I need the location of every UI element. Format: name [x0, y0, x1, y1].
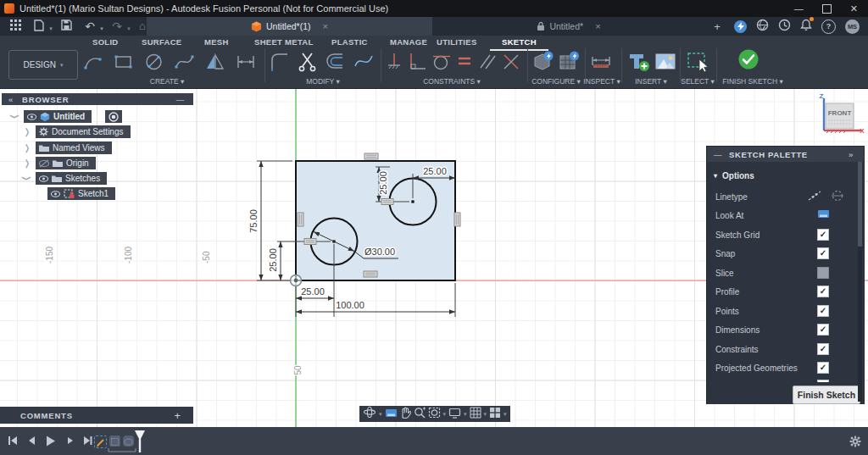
look-at-icon[interactable]: [817, 209, 830, 221]
offset-tool-icon[interactable]: [324, 49, 348, 75]
ribbon-tab-plastic[interactable]: PLASTIC: [331, 37, 368, 48]
ribbon-tab-surface[interactable]: SURFACE: [142, 37, 182, 48]
ribbon-tab-sketch[interactable]: SKETCH: [502, 37, 537, 48]
options-section-header[interactable]: ▾ Options: [707, 167, 858, 184]
sketch-dimension-icon[interactable]: [234, 49, 258, 75]
timeline-step-forward-icon[interactable]: [64, 435, 76, 447]
group-select[interactable]: SELECT ▾: [681, 77, 715, 86]
fix-constraint-icon[interactable]: [382, 49, 406, 75]
group-configure[interactable]: CONFIGURE ▾: [531, 77, 581, 86]
comments-bar[interactable]: COMMENTS +: [0, 407, 193, 424]
finish-sketch-icon[interactable]: [737, 47, 760, 73]
visibility-eye-icon[interactable]: [27, 114, 36, 120]
dim-width[interactable]: 100.00: [336, 300, 364, 310]
dimensions-checkbox[interactable]: ✓: [817, 324, 829, 336]
tree-expand-icon[interactable]: ❭: [10, 113, 19, 121]
viewports-icon[interactable]: [489, 407, 501, 422]
profile-checkbox[interactable]: ✓: [817, 286, 829, 297]
maximize-button[interactable]: [822, 4, 832, 14]
palette-expand-icon[interactable]: »: [849, 150, 854, 159]
timeline-sketch-feature-active[interactable]: [94, 436, 107, 448]
group-create[interactable]: CREATE ▾: [150, 77, 184, 86]
browser-item-origin[interactable]: Origin: [36, 157, 96, 169]
zoom-window-icon[interactable]: [428, 407, 441, 422]
visibility-eye-icon[interactable]: [39, 175, 48, 182]
notifications-icon[interactable]: [800, 19, 812, 35]
ribbon-tab-utilities[interactable]: UTILITIES: [437, 37, 477, 48]
activate-component-radio[interactable]: [105, 110, 122, 123]
group-constraints[interactable]: CONSTRAINTS ▾: [423, 77, 481, 86]
file-menu-caret[interactable]: ▾: [44, 22, 58, 36]
fillet-tool-icon[interactable]: [268, 49, 292, 75]
timeline-play-icon[interactable]: [44, 435, 56, 447]
viewcube-face-label[interactable]: FRONT: [828, 109, 852, 117]
palette-scrollbar-thumb[interactable]: [858, 162, 862, 247]
ribbon-tab-mesh[interactable]: MESH: [204, 37, 229, 48]
palette-minimize-icon[interactable]: —: [714, 150, 722, 159]
tree-expand-icon[interactable]: ❭: [23, 127, 31, 136]
redo-caret[interactable]: ▾: [122, 22, 136, 36]
group-inspect[interactable]: INSPECT ▾: [583, 77, 620, 86]
slice-checkbox[interactable]: [817, 267, 829, 279]
origin-point[interactable]: [291, 275, 302, 286]
browser-item-named-views[interactable]: Named Views: [36, 141, 112, 154]
mirror-tool-icon[interactable]: [203, 49, 227, 75]
spline-tool-icon[interactable]: [173, 49, 197, 75]
tangent-constraint-icon[interactable]: [430, 49, 453, 75]
document-tab-inactive[interactable]: Untitled* ×: [434, 17, 704, 36]
projected-geometries-checkbox[interactable]: ✓: [817, 362, 829, 374]
browser-collapse-icon[interactable]: «: [8, 95, 14, 104]
perpendicular-constraint-icon[interactable]: [405, 49, 429, 75]
save-icon[interactable]: [59, 19, 73, 33]
visibility-eye-icon[interactable]: [51, 191, 60, 197]
ribbon-tab-manage[interactable]: MANAGE: [390, 37, 427, 48]
orbit-caret-icon[interactable]: ▾: [379, 411, 382, 418]
data-panel-icon[interactable]: [8, 19, 22, 33]
avatar[interactable]: MS: [845, 19, 860, 34]
pan-icon[interactable]: [400, 407, 411, 422]
timeline-step-back-icon[interactable]: [25, 435, 37, 447]
group-finish-sketch[interactable]: FINISH SKETCH ▾: [722, 77, 782, 86]
help-icon[interactable]: ?: [821, 19, 836, 34]
construction-linetype-icon[interactable]: [807, 190, 822, 203]
display-settings-icon[interactable]: [448, 407, 461, 422]
sketch-grid-checkbox[interactable]: ✓: [817, 229, 829, 241]
active-tab-close-icon[interactable]: ×: [323, 21, 328, 31]
browser-minimize-icon[interactable]: —: [176, 95, 185, 104]
workspace-switcher[interactable]: DESIGN▾: [8, 50, 78, 80]
extensions-icon[interactable]: [734, 20, 747, 33]
visibility-off-eye-icon[interactable]: [39, 159, 49, 168]
display-settings-caret-icon[interactable]: ▾: [464, 411, 467, 418]
browser-item-sketch1[interactable]: Sketch1: [47, 187, 115, 200]
orbit-icon[interactable]: [363, 406, 376, 422]
viewports-caret-icon[interactable]: ▾: [504, 411, 507, 418]
tree-collapse-icon[interactable]: ❭: [22, 175, 31, 183]
timeline-settings-gear-icon[interactable]: [849, 436, 861, 451]
equal-constraint-icon[interactable]: [453, 49, 476, 75]
tree-expand-icon[interactable]: ❭: [23, 143, 31, 153]
view-cube[interactable]: FRONT Z X: [812, 92, 865, 139]
browser-item-root[interactable]: Untitled: [24, 110, 92, 123]
configure-feature-icon[interactable]: [531, 49, 554, 75]
browser-item-sketches[interactable]: Sketches: [36, 172, 107, 185]
inactive-tab-close-icon[interactable]: ×: [595, 21, 600, 31]
recent-activity-icon[interactable]: [778, 19, 791, 35]
new-tab-icon[interactable]: +: [710, 20, 724, 34]
snap-checkbox[interactable]: ✓: [817, 247, 829, 259]
job-status-icon[interactable]: [756, 19, 769, 35]
timeline-feature[interactable]: [109, 436, 120, 447]
browser-item-document-settings[interactable]: Document Settings: [36, 125, 131, 138]
constraints-checkbox[interactable]: ✓: [817, 343, 829, 355]
palette-scrollbar[interactable]: [858, 162, 862, 402]
grid-settings-icon[interactable]: [470, 407, 481, 422]
close-button[interactable]: ✕: [850, 0, 858, 17]
timeline-skip-end-icon[interactable]: [81, 435, 93, 447]
tree-expand-icon[interactable]: ❭: [23, 158, 31, 168]
line-tool-icon[interactable]: [81, 49, 105, 75]
dim-center-y[interactable]: 25.00: [268, 248, 278, 272]
centerline-linetype-icon[interactable]: [831, 190, 844, 203]
ribbon-tab-solid[interactable]: SOLID: [92, 37, 119, 48]
circle-center-point[interactable]: [411, 200, 414, 203]
zoom-icon[interactable]: [414, 407, 426, 422]
measure-tool-icon[interactable]: [588, 49, 612, 75]
